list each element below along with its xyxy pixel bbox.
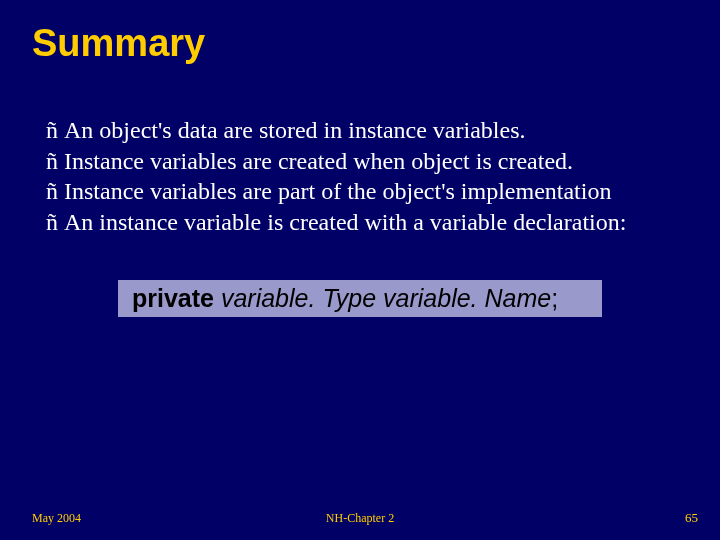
footer-chapter: NH-Chapter 2 <box>0 511 720 526</box>
code-type: variable. Type <box>221 284 376 312</box>
list-item: ñ Instance variables are part of the obj… <box>46 176 674 207</box>
slide-number: 65 <box>685 510 698 526</box>
list-item: ñ An instance variable is created with a… <box>46 207 674 238</box>
slide-content: ñ An object's data are stored in instanc… <box>0 65 720 317</box>
code-name: variable. Name <box>383 284 551 312</box>
code-terminator: ; <box>551 284 558 312</box>
bullet-text: Instance variables are part of the objec… <box>64 176 674 207</box>
bullet-icon: ñ <box>46 115 58 146</box>
bullet-text: Instance variables are created when obje… <box>64 146 674 177</box>
bullet-icon: ñ <box>46 146 58 177</box>
code-declaration: private variable. Type variable. Name; <box>118 280 602 317</box>
list-item: ñ An object's data are stored in instanc… <box>46 115 674 146</box>
code-keyword: private <box>132 284 214 312</box>
list-item: ñ Instance variables are created when ob… <box>46 146 674 177</box>
bullet-text: An instance variable is created with a v… <box>64 207 674 238</box>
bullet-list: ñ An object's data are stored in instanc… <box>46 115 674 238</box>
bullet-icon: ñ <box>46 207 58 238</box>
bullet-text: An object's data are stored in instance … <box>64 115 674 146</box>
slide-title: Summary <box>0 0 720 65</box>
bullet-icon: ñ <box>46 176 58 207</box>
